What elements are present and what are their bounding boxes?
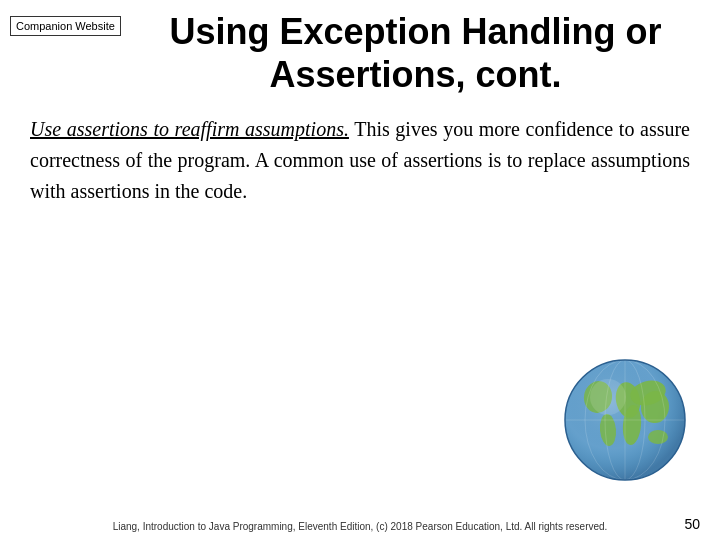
title-line1: Using Exception Handling or bbox=[169, 11, 661, 52]
body-paragraph: Use assertions to reaffirm assumptions. … bbox=[30, 114, 690, 207]
footer: Liang, Introduction to Java Programming,… bbox=[0, 521, 720, 532]
svg-point-8 bbox=[648, 430, 668, 444]
svg-point-14 bbox=[590, 379, 626, 415]
globe-illustration bbox=[560, 355, 690, 485]
italic-text: Use assertions to reaffirm assumptions. bbox=[30, 118, 349, 140]
title-line2: Assertions, cont. bbox=[269, 54, 561, 95]
body-content: Use assertions to reaffirm assumptions. … bbox=[0, 96, 720, 207]
companion-website-label: Companion Website bbox=[16, 20, 115, 32]
companion-website-box: Companion Website bbox=[10, 16, 121, 36]
globe-svg bbox=[560, 355, 690, 485]
slide: Companion Website Using Exception Handli… bbox=[0, 0, 720, 540]
title-block: Using Exception Handling or Assertions, … bbox=[131, 10, 700, 96]
header: Companion Website Using Exception Handli… bbox=[0, 0, 720, 96]
page-number: 50 bbox=[684, 516, 700, 532]
slide-title: Using Exception Handling or Assertions, … bbox=[131, 10, 700, 96]
footer-citation: Liang, Introduction to Java Programming,… bbox=[60, 521, 660, 532]
